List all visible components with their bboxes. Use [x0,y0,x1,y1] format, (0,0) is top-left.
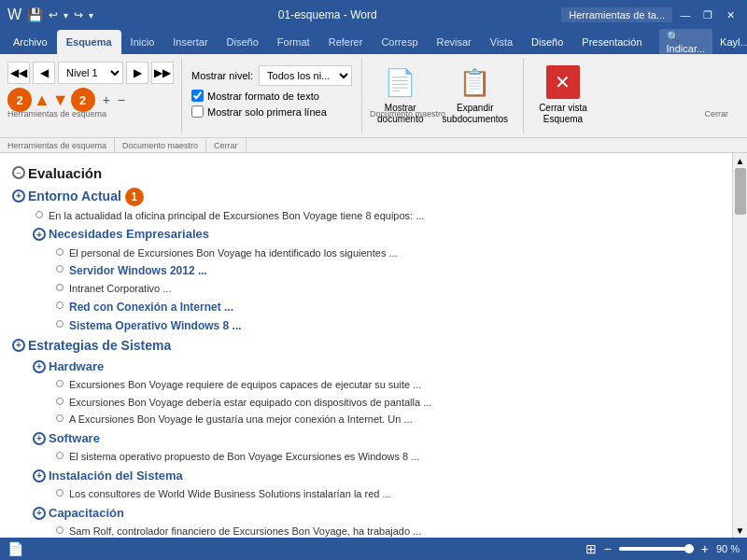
zoom-slider[interactable] [619,547,694,551]
demote-to-body-btn[interactable]: ▶▶ [151,62,174,84]
layout-icon[interactable]: ⊞ [585,541,597,556]
scrollbar-up-btn[interactable]: ▲ [733,153,747,168]
outline-item-13: A Excursiones Bon Voyage le gustaría una… [9,411,713,428]
close-btn[interactable]: ✕ [721,7,740,22]
outline-bullet-16[interactable]: + [30,469,49,483]
search-tab-btn[interactable]: 🔍 Indicar... [659,29,713,56]
restore-btn[interactable]: ❐ [698,7,717,22]
zoom-slider-thumb[interactable] [684,544,694,553]
outline-bullet-10[interactable]: + [30,360,49,373]
zoom-plus-btn[interactable]: + [701,541,709,556]
outline-text-8: Sistema Operativo Windows 8 ... [69,317,713,334]
outline-text-10: Hardware [49,357,713,376]
collapse-btn[interactable]: − [118,92,125,107]
outline-item-8: Sistema Operativo Windows 8 ... [9,316,713,335]
outline-bullet-15 [50,452,69,459]
outline-bullet-14[interactable]: + [30,432,49,445]
outline-item-19: Sam Rolf, controlador financiero de Excu… [9,523,713,538]
outline-text-9: Estrategias de Sistema [28,336,713,356]
outline-text-5: Servidor Windows 2012 ... [69,262,713,279]
outline-bullet-17 [50,489,69,497]
document-master-label: Documento maestro [370,109,445,119]
promote-to-heading-btn[interactable]: ◀◀ [7,62,30,84]
outline-bullet-18[interactable]: + [30,507,49,520]
show-level-label: Mostrar nivel: [191,70,253,81]
page-icon: 📄 [7,541,23,556]
close-outline-btn[interactable]: ✕ Cerrar vista Esquema [531,62,595,129]
move-down-btn[interactable]: ▼ [52,91,69,110]
move-up-btn[interactable]: ▲ [34,91,50,110]
outline-tools-label: Herramientas de esquema [7,109,106,119]
redo-btn[interactable]: ↪ [74,8,83,21]
outline-item-5: Servidor Windows 2012 ... [9,261,713,280]
outline-level-select[interactable]: Nivel 1 [58,62,123,84]
outline-item-1: +Entorno Actual 1 [9,186,713,207]
outline-bullet-7 [50,301,69,309]
tab-corresp[interactable]: Corresp [372,30,427,54]
word-icon: W [7,7,21,23]
tab-esquema[interactable]: Esquema [57,30,121,54]
window-title: 01-esquema - Word [278,8,377,21]
expand-subdocs-btn[interactable]: 📋 Expandir subdocumentos [435,62,516,129]
outline-item-7: Red con Conexión a Internet ... [9,298,713,316]
tab-inicio[interactable]: Inicio [121,30,164,54]
scrollbar-track[interactable] [733,168,747,523]
outline-bullet-1[interactable]: + [9,189,28,203]
outline-bullet-0[interactable]: − [9,166,28,179]
save-icon[interactable]: 💾 [27,7,43,22]
outline-item-12: Excursiones Bon Voyage debería estar equ… [9,394,713,412]
outline-bullet-3[interactable]: + [30,228,49,241]
outline-item-3: +Necesidades Empresariales [9,224,713,245]
outline-item-15: El sistema operativo propuesto de Bon Vo… [9,448,713,466]
outline-bullet-5 [50,265,69,273]
tab-archivo[interactable]: Archivo [4,30,57,54]
scrollbar-thumb[interactable] [735,168,746,215]
show-level-select[interactable]: Todos los ni... [259,65,352,86]
zoom-minus-btn[interactable]: − [604,541,612,556]
outline-tools-section-label: Herramientas de esquema [0,138,115,152]
outline-bullet-8 [50,320,69,328]
outline-bullet-13 [50,414,69,422]
tab-diseno2[interactable]: Diseño [522,30,572,54]
expand-subdocs-icon: 📋 [458,65,492,99]
outline-text-13: A Excursiones Bon Voyage le gustaría una… [69,412,713,427]
minimize-btn[interactable]: — [676,7,695,22]
outline-item-10: +Hardware [9,357,713,377]
outline-item-17: Los consultores de World Wide Business S… [9,485,713,503]
tab-presentacion[interactable]: Presentación [572,30,651,54]
promote-btn[interactable]: ◀ [33,62,55,84]
show-first-line-label: Mostrar solo primera línea [207,106,327,118]
tab-vista[interactable]: Vista [481,30,522,54]
outline-text-0: Evaluación [28,163,713,185]
zoom-slider-fill [619,547,686,551]
outline-item-9: +Estrategias de Sistema [9,335,713,357]
tab-insertar[interactable]: Insertar [163,30,217,54]
scrollbar-down-btn[interactable]: ▼ [733,523,747,538]
outline-text-19: Sam Rolf, controlador financiero de Excu… [69,524,713,538]
demote-btn[interactable]: ▶ [126,62,148,84]
outline-text-15: El sistema operativo propuesto de Bon Vo… [69,449,713,465]
show-first-line-checkbox[interactable] [191,105,204,118]
close-section-label: Cerrar [704,109,728,119]
outline-item-14: +Software [9,428,713,449]
show-document-btn[interactable]: 📄 Mostrar documento [370,62,430,129]
outline-bullet-19 [50,526,69,534]
outline-text-6: Intranet Corporativo ... [69,281,713,297]
outline-bullet-6 [50,284,69,291]
outline-item-4: El personal de Excursiones Bon Voyage ha… [9,245,713,262]
outline-bullet-4 [50,248,69,256]
undo-btn[interactable]: ↩ [49,8,58,21]
user-tab-label[interactable]: Kayl... [720,36,747,48]
show-format-checkbox[interactable] [191,90,204,102]
expand-btn[interactable]: + [103,92,110,107]
tab-revisar[interactable]: Revisar [428,30,481,54]
outline-item-16: +Instalación del Sistema [9,466,713,486]
outline-text-1: Entorno Actual 1 [28,187,713,206]
outline-item-6: Intranet Corporativo ... [9,280,713,298]
outline-bullet-9[interactable]: + [9,339,28,352]
tab-format[interactable]: Format [268,30,319,54]
outline-text-16: Instalación del Sistema [49,467,713,485]
tab-referer[interactable]: Referer [319,30,373,54]
tab-diseno[interactable]: Diseño [218,30,268,54]
undo-dropdown-icon[interactable]: ▾ [63,10,68,21]
